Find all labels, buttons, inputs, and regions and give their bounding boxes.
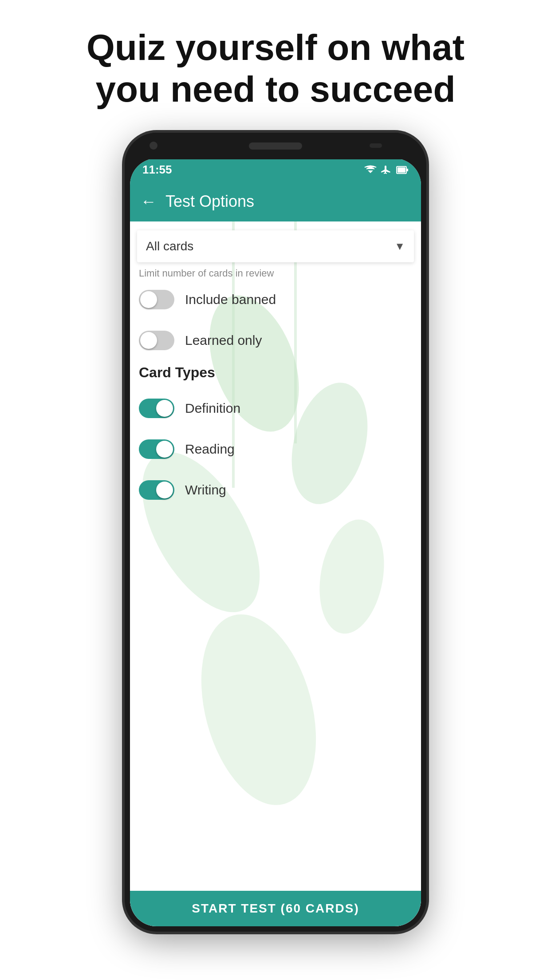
svg-rect-3 bbox=[406, 169, 408, 171]
bottom-button-container: START TEST (60 CARDS) bbox=[130, 891, 421, 926]
limit-label: Limit number of cards in review bbox=[130, 262, 421, 279]
card-types-header: Card Types bbox=[130, 361, 421, 388]
svg-point-10 bbox=[182, 601, 335, 818]
phone-top-bar bbox=[125, 133, 426, 159]
battery-icon bbox=[396, 165, 409, 175]
phone-camera bbox=[150, 142, 157, 150]
svg-rect-2 bbox=[398, 167, 405, 173]
headline-line1: Quiz yourself on what bbox=[87, 27, 464, 67]
phone-sensor bbox=[370, 143, 382, 148]
reading-row: Reading bbox=[130, 429, 421, 470]
toggle-thumb-4 bbox=[156, 441, 173, 458]
toggle-thumb-3 bbox=[156, 400, 173, 417]
svg-marker-0 bbox=[368, 170, 373, 173]
chevron-down-icon: ▼ bbox=[394, 240, 405, 253]
learned-only-toggle[interactable] bbox=[139, 331, 174, 350]
writing-row: Writing bbox=[130, 470, 421, 510]
include-banned-label: Include banned bbox=[185, 292, 276, 307]
app-headline: Quiz yourself on what you need to succee… bbox=[0, 0, 551, 128]
start-test-button[interactable]: START TEST (60 CARDS) bbox=[130, 891, 421, 926]
status-icons bbox=[364, 165, 409, 175]
reading-toggle[interactable] bbox=[139, 439, 174, 459]
status-bar: 11:55 bbox=[130, 158, 421, 182]
toggle-thumb bbox=[140, 291, 157, 308]
phone-speaker bbox=[249, 142, 302, 150]
writing-toggle[interactable] bbox=[139, 480, 174, 500]
phone-screen: 11:55 bbox=[130, 158, 421, 926]
definition-row: Definition bbox=[130, 388, 421, 429]
app-bar-title: Test Options bbox=[165, 192, 254, 211]
headline-line2: you need to succeed bbox=[95, 69, 455, 109]
writing-label: Writing bbox=[185, 482, 226, 498]
learned-only-label: Learned only bbox=[185, 333, 262, 348]
content-area: All cards ▼ Limit number of cards in rev… bbox=[130, 221, 421, 926]
status-time: 11:55 bbox=[142, 163, 172, 177]
cards-dropdown[interactable]: All cards ▼ bbox=[137, 230, 414, 262]
reading-label: Reading bbox=[185, 442, 235, 457]
phone-frame: 11:55 bbox=[125, 133, 426, 932]
back-button[interactable]: ← bbox=[141, 194, 157, 209]
toggle-thumb-5 bbox=[156, 482, 173, 498]
phone-wrapper: 11:55 bbox=[0, 128, 551, 932]
include-banned-toggle[interactable] bbox=[139, 290, 174, 309]
toggle-thumb-2 bbox=[140, 332, 157, 349]
definition-toggle[interactable] bbox=[139, 399, 174, 418]
scroll-content: All cards ▼ Limit number of cards in rev… bbox=[130, 230, 421, 510]
svg-point-9 bbox=[311, 514, 392, 638]
airplane-icon bbox=[381, 165, 392, 175]
app-bar: ← Test Options bbox=[130, 182, 421, 221]
wifi-icon bbox=[364, 165, 377, 175]
learned-only-row: Learned only bbox=[130, 320, 421, 361]
definition-label: Definition bbox=[185, 401, 240, 416]
include-banned-row: Include banned bbox=[130, 279, 421, 320]
dropdown-value: All cards bbox=[146, 239, 193, 253]
